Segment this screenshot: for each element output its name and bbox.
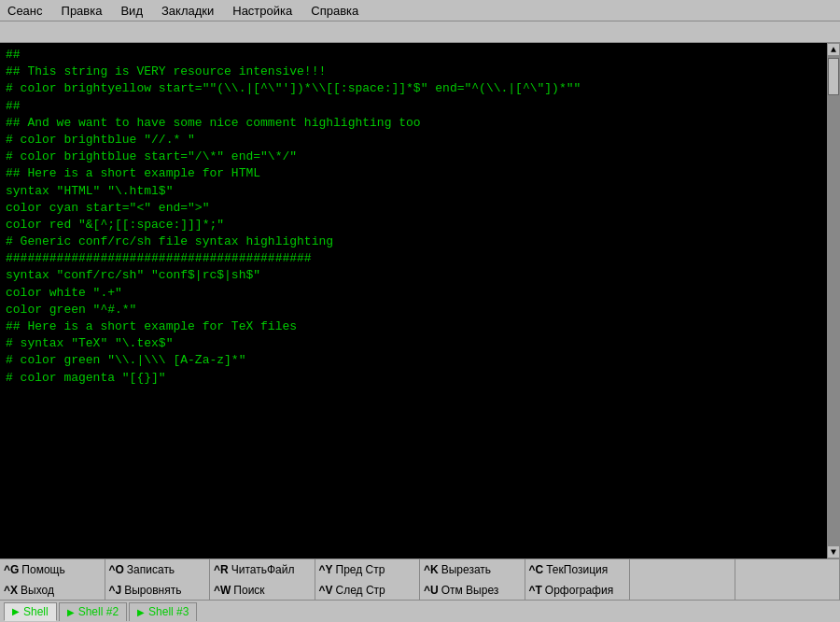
- scrollbar: ▲ ▼: [827, 43, 840, 558]
- shortcut-help[interactable]: ^G Помощь: [0, 559, 105, 580]
- shortcut-cut[interactable]: ^K Вырезать: [420, 559, 525, 580]
- menu-bookmarks[interactable]: Закладки: [158, 4, 217, 18]
- menu-view[interactable]: Вид: [117, 4, 147, 18]
- menubar: Сеанс Правка Вид Закладки Настройка Спра…: [0, 0, 840, 21]
- menu-session[interactable]: Сеанс: [4, 4, 47, 18]
- shortcut-empty-2: [735, 559, 841, 580]
- tab-shell-2[interactable]: ▶ Shell #2: [59, 602, 127, 621]
- titlebar: [0, 21, 840, 43]
- shell-3-icon: ▶: [137, 607, 145, 617]
- tab-shell-3[interactable]: ▶ Shell #3: [129, 602, 197, 621]
- shortcut-read-file[interactable]: ^R ЧитатьФайл: [210, 559, 315, 580]
- scrollbar-down-button[interactable]: ▼: [827, 545, 840, 558]
- scrollbar-track[interactable]: [827, 56, 840, 545]
- shortcuts-row-2: ^X Выход ^J Выровнять ^W Поиск ^V След С…: [0, 580, 840, 601]
- shortcut-empty-4: [735, 580, 841, 601]
- shortcut-empty-1: [630, 559, 735, 580]
- tab-shell-3-label: Shell #3: [148, 605, 189, 618]
- shortcut-search[interactable]: ^W Поиск: [210, 580, 315, 601]
- tab-shell-2-label: Shell #2: [78, 605, 119, 618]
- shortcut-exit[interactable]: ^X Выход: [0, 580, 105, 601]
- shortcuts-bar: ^G Помощь ^O Записать ^R ЧитатьФайл ^Y П…: [0, 558, 840, 600]
- shortcut-next-page[interactable]: ^V След Стр: [315, 580, 421, 601]
- shortcut-prev-page[interactable]: ^Y Пред Стр: [315, 559, 421, 580]
- menu-edit[interactable]: Правка: [58, 4, 106, 18]
- shortcut-justify[interactable]: ^J Выровнять: [105, 580, 211, 601]
- menu-settings[interactable]: Настройка: [229, 4, 296, 18]
- shortcut-cur-pos[interactable]: ^C ТекПозиция: [525, 559, 631, 580]
- shell-icon: ▶: [12, 606, 20, 616]
- shortcut-save[interactable]: ^O Записать: [105, 559, 211, 580]
- editor[interactable]: #### This string is VERY resource intens…: [0, 43, 827, 558]
- scrollbar-up-button[interactable]: ▲: [827, 43, 840, 56]
- shortcut-empty-3: [630, 580, 735, 601]
- tab-shell-1[interactable]: ▶ Shell: [4, 602, 57, 621]
- main-area: #### This string is VERY resource intens…: [0, 43, 840, 558]
- shortcuts-row-1: ^G Помощь ^O Записать ^R ЧитатьФайл ^Y П…: [0, 559, 840, 580]
- menu-help[interactable]: Справка: [307, 4, 362, 18]
- tab-shell-1-label: Shell: [23, 605, 49, 618]
- shortcut-uncut[interactable]: ^U Отм Вырез: [420, 580, 525, 601]
- scrollbar-thumb[interactable]: [828, 58, 839, 95]
- shell-2-icon: ▶: [67, 607, 75, 617]
- tabbar: ▶ Shell ▶ Shell #2 ▶ Shell #3: [0, 600, 840, 622]
- shortcut-spell[interactable]: ^T Орфография: [525, 580, 631, 601]
